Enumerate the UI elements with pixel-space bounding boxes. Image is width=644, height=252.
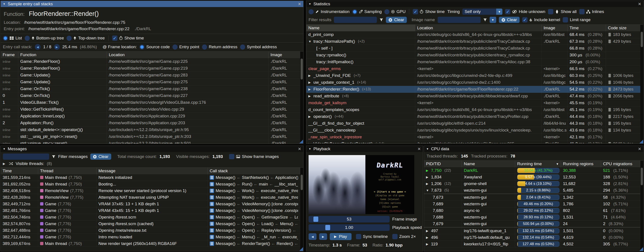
column-header[interactable]: Thread bbox=[38, 168, 96, 174]
cpu-row[interactable]: 7,673wezterm-gui2.04 s (8.41%)1,34258(4.… bbox=[424, 194, 643, 201]
cpu-row[interactable]: ▶1,834Xwayland9.57 s (39.44%)12,553188(1… bbox=[424, 174, 643, 180]
close-icon[interactable]: × bbox=[638, 147, 641, 151]
column-header[interactable]: Running time ▼ bbox=[515, 160, 561, 167]
expander-icon[interactable]: ▶ bbox=[426, 175, 430, 179]
radio-entry-point[interactable]: Entry point bbox=[172, 44, 199, 50]
prev-frame-button[interactable]: ◀ bbox=[308, 233, 316, 240]
statistics-row[interactable]: ▶VideoGLBase::RenderContent()(+14)/home/… bbox=[306, 140, 643, 143]
message-row[interactable]: 389,169,674nsMain thread(7,750)New rende… bbox=[1, 240, 303, 247]
scrollbar-thumb[interactable] bbox=[301, 58, 303, 80]
image-filter-dropdown-button[interactable]: ▼ bbox=[490, 17, 496, 23]
message-callstack-icon[interactable] bbox=[210, 242, 214, 246]
cpu-row[interactable]: ▶119kworker/u17:0+i915_flip127.48 ms (0.… bbox=[424, 241, 643, 247]
statistics-row[interactable]: clear_page_erms<kernel><kernel>66.5 ms(0… bbox=[306, 66, 643, 72]
column-header[interactable]: Time bbox=[568, 25, 606, 31]
message-row[interactable]: 382,647,488nsGame(7,776)Opening /meta/re… bbox=[1, 227, 303, 234]
cpu-row[interactable]: 7,679wezterm-gui500.94 µs (0.00%)242(8.3… bbox=[424, 220, 643, 227]
statistics-row[interactable]: ▶read_attribute(+8)/home/wolf/darkrl/con… bbox=[306, 93, 643, 100]
column-header[interactable]: Time bbox=[1, 168, 38, 174]
message-callstack-icon[interactable] bbox=[210, 215, 214, 220]
sync-timeline-checkbox[interactable]: ✓ Sync timeline bbox=[356, 234, 388, 239]
limit-range-checkbox[interactable]: ✓ Limit range bbox=[563, 17, 590, 22]
message-callstack-icon[interactable] bbox=[210, 195, 214, 200]
column-header[interactable]: Name bbox=[306, 25, 415, 31]
image-name-input[interactable] bbox=[438, 17, 480, 23]
statistics-row[interactable]: tracy::rpmalloc()/home/wolf/darkrl/contr… bbox=[306, 52, 643, 58]
clear-filter-button[interactable]: Clear bbox=[386, 17, 406, 23]
frame-row[interactable]: 2Application::Run()/home/wolf/darkrl/src… bbox=[1, 120, 303, 126]
column-header[interactable]: Function bbox=[18, 52, 107, 58]
statistics-row[interactable]: d_count_templates_scopes/usr/src/debug/g… bbox=[306, 106, 643, 113]
frame-row[interactable]: inlineGame::Update()/home/wolf/darkrl/sr… bbox=[1, 79, 303, 86]
statistics-row[interactable]: tracy::InitRpmalloc()/home/wolf/darkrl/c… bbox=[306, 58, 643, 66]
radio-symbol-address[interactable]: Symbol address bbox=[240, 44, 277, 50]
clear-messages-button[interactable]: Clear bbox=[90, 154, 111, 160]
message-filter-input[interactable] bbox=[3, 154, 49, 160]
message-callstack-icon[interactable] bbox=[210, 235, 214, 239]
close-icon[interactable]: × bbox=[298, 147, 301, 151]
close-icon[interactable]: × bbox=[638, 2, 641, 6]
collapse-icon[interactable]: ▼ bbox=[3, 2, 6, 6]
expander-icon[interactable]: ▶ bbox=[3, 162, 6, 166]
statistics-row[interactable]: d_print_comp/usr/src/debug/gcc-build/x86… bbox=[306, 31, 643, 38]
frame-row[interactable]: inlinestd::__uniq_ptr_impl<>::reset()/us… bbox=[1, 133, 303, 140]
collapse-icon[interactable]: ▼ bbox=[426, 147, 429, 150]
show-all-checkbox[interactable]: ✓ Show all bbox=[548, 9, 576, 14]
message-row[interactable]: 382,408,518nsRemoteView(7,775)Remote vie… bbox=[1, 188, 303, 194]
column-header[interactable]: Running regions bbox=[561, 160, 601, 167]
radio-list-view[interactable]: List bbox=[3, 36, 22, 41]
expander-icon[interactable]: ▶ bbox=[308, 80, 312, 84]
radio-sampling[interactable]: Sampling bbox=[352, 9, 382, 14]
show-frame-images-checkbox[interactable]: ✓ Show frame images bbox=[229, 154, 279, 159]
zoom-2x-checkbox[interactable]: ✓ Zoom 2× bbox=[392, 234, 416, 239]
column-header[interactable]: Call stack bbox=[208, 168, 300, 174]
message-callstack-icon[interactable] bbox=[210, 175, 214, 180]
resize-grip[interactable] bbox=[639, 247, 643, 251]
frame-row[interactable]: inlineApplication::InnerLoop()/home/wolf… bbox=[1, 113, 303, 120]
hide-unknown-checkbox[interactable]: ✓ Hide unknown bbox=[505, 9, 545, 14]
frame-image-slider[interactable]: 53 bbox=[308, 216, 390, 222]
radio-instrumentation[interactable]: Instrumentation bbox=[308, 9, 350, 14]
statistics-row[interactable]: [ - self - ]/home/wolf/darkrl/contrib/tr… bbox=[306, 45, 643, 52]
column-header[interactable]: Image bbox=[542, 25, 568, 31]
scrollbar-thumb[interactable] bbox=[641, 32, 643, 47]
resize-grip[interactable] bbox=[299, 140, 303, 144]
radio-top-down-tree[interactable]: Top-down tree bbox=[66, 36, 104, 41]
clear-image-filter-button[interactable]: Clear bbox=[499, 17, 520, 23]
statistics-row[interactable]: ▶operator()(+44)/home/wolf/darkrl/contri… bbox=[306, 113, 643, 120]
frame-row[interactable]: inlineVideo::GetTicksHiRes()/home/wolf/d… bbox=[1, 106, 303, 113]
frame-row[interactable]: inlineGame::OnTick()/home/wolf/darkrl/sr… bbox=[1, 86, 303, 92]
statistics-row[interactable]: ▶_Unwind_Find_FDE(+7)/usr/src/debug/gcc/… bbox=[306, 72, 643, 79]
cpu-row[interactable]: ▶497irq/176-iwlwifi:queue_1132.15 ms (0.… bbox=[424, 227, 643, 234]
frame-row[interactable]: 1VideoGLBase::Tick()/home/wolf/darkrl/sr… bbox=[1, 99, 303, 106]
collapse-icon[interactable]: ▼ bbox=[308, 2, 311, 6]
statistics-row[interactable]: module_get_kallsym<kernel><kernel>45.5 m… bbox=[306, 100, 643, 106]
message-callstack-icon[interactable] bbox=[210, 182, 214, 186]
cpu-row[interactable]: 7,688wezterm-gui28.93 ms (0.12%)1,53171(… bbox=[424, 214, 643, 220]
expander-icon[interactable]: ▼ bbox=[426, 188, 430, 192]
cpu-row[interactable]: ▶7,750(22)DarkRL10.04 s (41.37%)30,38852… bbox=[424, 167, 643, 174]
statistics-row[interactable]: _raw_spin_unlock_irqrestore<kernel><kern… bbox=[306, 134, 643, 140]
statistics-row[interactable]: ▼tracy::NormalizePath()(+2)/home/wolf/da… bbox=[306, 38, 643, 45]
statistics-row[interactable]: ▶FloorRenderer::Render()(+13)/home/wolf/… bbox=[306, 86, 643, 93]
message-row[interactable]: 382,574,807nsGame(7,776)Opening /forest.… bbox=[1, 220, 303, 227]
expander-icon[interactable]: ▶ bbox=[426, 169, 430, 172]
column-header[interactable]: Location bbox=[107, 52, 268, 58]
filter-funnel-icon[interactable] bbox=[52, 155, 56, 158]
include-kernel-checkbox[interactable]: ✓ Include kernel bbox=[522, 17, 560, 22]
message-callstack-icon[interactable] bbox=[210, 228, 214, 232]
inlines-checkbox[interactable]: ✓ Inlines bbox=[579, 9, 604, 14]
filter-results-input[interactable] bbox=[334, 17, 377, 23]
expander-icon[interactable]: ▶ bbox=[308, 74, 312, 77]
cpu-row[interactable]: ▶496irq/175-iwlwifi:default_qu132.14 ms … bbox=[424, 234, 643, 241]
statistics-row[interactable]: __GI__dl_find_dso_for_object/usr/src/deb… bbox=[306, 120, 643, 127]
message-callstack-icon[interactable] bbox=[210, 208, 214, 213]
resize-grip[interactable] bbox=[299, 247, 303, 251]
scrollbar-thumb[interactable] bbox=[641, 168, 643, 185]
cpu-row[interactable]: ▶1,206(12)gnome-shell4.64 s (19.10%)11,6… bbox=[424, 180, 643, 187]
column-header[interactable]: Image bbox=[268, 52, 301, 58]
message-row[interactable]: 381,559,214nsMain thread(7,750)Network i… bbox=[1, 174, 303, 181]
column-header[interactable]: Code size bbox=[606, 25, 641, 31]
expander-icon[interactable]: ▶ bbox=[426, 236, 430, 239]
radio-return-address[interactable]: Return address bbox=[202, 44, 238, 50]
